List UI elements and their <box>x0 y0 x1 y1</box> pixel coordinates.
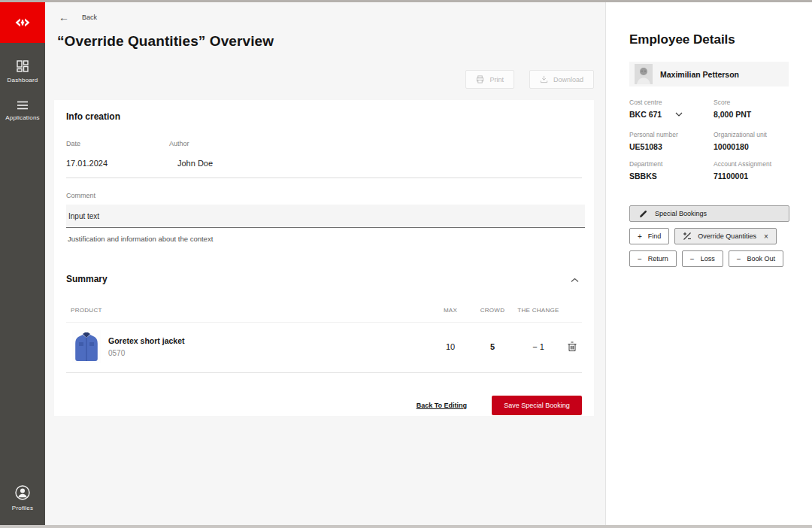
personal-number-value: UE51083 <box>629 142 714 151</box>
find-label: Find <box>648 232 662 240</box>
print-label: Print <box>489 76 504 83</box>
score-field: Score 8,000 PNT <box>714 99 789 119</box>
department-value: SBBKS <box>629 171 714 181</box>
cost-centre-dropdown[interactable]: BKC 671 <box>629 110 714 119</box>
book-out-button[interactable]: − Book Out <box>729 250 783 267</box>
organizational-unit-label: Organizational unit <box>714 131 789 138</box>
back-to-editing-link[interactable]: Back To Editing <box>417 402 467 409</box>
sidebar: Dashboard Applications Profiles <box>0 2 45 525</box>
comment-field: Comment Justification and information ab… <box>66 192 582 243</box>
plus-minus-icon <box>683 232 692 241</box>
employee-detail-grid: Cost centre BKC 671 Score 8,000 PNT Pers… <box>629 99 789 190</box>
sidebar-item-dashboard[interactable]: Dashboard <box>0 59 45 83</box>
product-cell: Goretex short jacket 0570 <box>66 330 430 363</box>
profiles-icon <box>14 484 31 501</box>
loss-label: Loss <box>701 255 715 262</box>
organizational-unit-field: Organizational unit 10000180 <box>714 131 789 151</box>
print-icon <box>476 75 484 83</box>
column-header-crowd: CROWD <box>471 307 514 314</box>
print-button[interactable]: Print <box>465 70 514 89</box>
table-row: Goretex short jacket 0570 10 5 − 1 <box>66 322 582 373</box>
account-assignment-value: 71100001 <box>714 171 789 181</box>
cost-centre-value: BKC 671 <box>629 110 662 119</box>
close-icon[interactable]: × <box>764 232 768 241</box>
override-quantities-button[interactable]: Override Quantities × <box>674 228 776 244</box>
author-label: Author <box>169 140 582 147</box>
product-code: 0570 <box>108 349 185 357</box>
change-value: − 1 <box>514 342 562 351</box>
column-header-max: MAX <box>430 307 471 314</box>
employee-details-title: Employee Details <box>629 32 789 47</box>
max-value: 10 <box>430 342 471 351</box>
minus-icon: − <box>737 255 741 263</box>
loss-button[interactable]: − Loss <box>682 250 723 267</box>
product-image-jacket <box>72 330 101 363</box>
sbb-logo[interactable] <box>0 2 45 43</box>
plus-icon: + <box>638 232 642 241</box>
download-icon <box>540 75 548 83</box>
back-button[interactable]: ← Back <box>59 12 97 23</box>
sbb-arrows-icon <box>14 18 31 27</box>
account-assignment-label: Account Assignment <box>714 160 789 168</box>
pencil-icon <box>639 210 647 218</box>
applications-icon <box>16 100 29 111</box>
date-value: 17.01.2024 <box>66 159 169 178</box>
window-top-edge <box>0 0 812 2</box>
author-value: John Doe <box>169 159 582 178</box>
override-quantities-label: Override Quantities <box>698 232 756 240</box>
delete-row-trash-icon[interactable] <box>562 341 582 352</box>
comment-input[interactable] <box>66 205 585 228</box>
return-label: Return <box>648 255 668 262</box>
cost-centre-field: Cost centre BKC 671 <box>629 99 714 119</box>
account-assignment-field: Account Assignment 71100001 <box>714 160 789 181</box>
sidebar-item-applications[interactable]: Applications <box>0 100 45 121</box>
page-title: “Override Quantities” Overview <box>57 33 274 50</box>
date-field: Date 17.01.2024 <box>66 140 169 178</box>
score-value: 8,000 PNT <box>714 110 789 119</box>
employee-avatar <box>635 64 653 84</box>
personal-number-field: Personal number UE51083 <box>629 131 714 151</box>
score-label: Score <box>714 99 789 106</box>
date-label: Date <box>66 140 169 147</box>
info-creation-title: Info creation <box>66 111 582 122</box>
summary-title: Summary <box>66 274 108 284</box>
summary-table-header: PRODUCT MAX CROWD THE CHANGE <box>66 307 582 314</box>
download-label: Download <box>553 76 583 83</box>
department-field: Department SBBKS <box>629 160 714 181</box>
save-special-booking-button[interactable]: Save Special Booking <box>492 396 582 415</box>
department-label: Department <box>629 160 714 168</box>
dashboard-icon <box>16 59 29 73</box>
employee-details-panel: Employee Details Maximilian Petterson Co… <box>605 2 812 525</box>
comment-helper-text: Justification and information about the … <box>66 235 582 243</box>
page-actions: Print Download <box>465 70 594 89</box>
window-bottom-edge <box>0 525 812 528</box>
back-arrow-icon: ← <box>59 12 69 23</box>
column-header-the-change: THE CHANGE <box>514 307 562 314</box>
back-label: Back <box>82 14 97 21</box>
column-header-product: PRODUCT <box>66 307 430 314</box>
chevron-down-icon[interactable] <box>675 112 683 117</box>
comment-label: Comment <box>66 192 582 199</box>
sidebar-item-label: Applications <box>5 114 40 121</box>
special-bookings-label: Special Bookings <box>655 210 707 217</box>
app-window: Dashboard Applications Profiles <box>0 0 812 528</box>
return-button[interactable]: − Return <box>629 250 677 267</box>
employee-card: Maximilian Petterson <box>629 62 789 86</box>
crowd-value: 5 <box>471 342 514 351</box>
personal-number-label: Personal number <box>629 131 714 138</box>
sidebar-item-profiles[interactable]: Profiles <box>0 484 45 511</box>
sidebar-item-label: Profiles <box>12 505 33 511</box>
cost-centre-label: Cost centre <box>629 99 714 106</box>
find-button[interactable]: + Find <box>629 228 669 244</box>
sidebar-item-label: Dashboard <box>8 77 38 83</box>
organizational-unit-value: 10000180 <box>714 142 789 151</box>
special-bookings-button[interactable]: Special Bookings <box>629 205 789 222</box>
minus-icon: − <box>638 255 642 263</box>
download-button[interactable]: Download <box>529 70 594 89</box>
collapse-chevron-up-icon[interactable] <box>568 271 582 287</box>
book-out-label: Book Out <box>747 255 776 262</box>
minus-icon: − <box>690 255 695 263</box>
overview-card: Info creation Date 17.01.2024 Author Joh… <box>54 100 594 416</box>
employee-name: Maximilian Petterson <box>660 70 739 79</box>
author-field: Author John Doe <box>169 140 582 178</box>
